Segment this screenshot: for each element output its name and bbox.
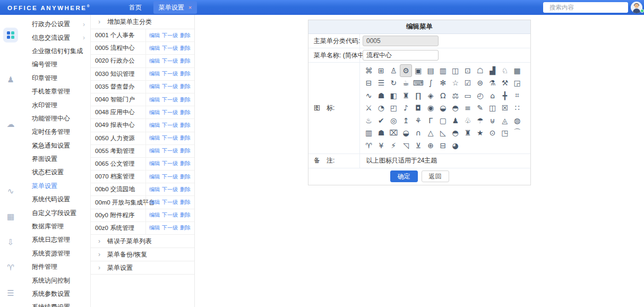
sidebar-item-界面设置[interactable]: 界面设置 <box>21 152 90 166</box>
truck-icon[interactable]: ◓ <box>449 102 461 115</box>
flame-icon[interactable]: ♨ <box>363 114 375 127</box>
edit-link[interactable]: 编辑 <box>149 109 160 116</box>
trend-chart-icon[interactable]: ∿ <box>363 89 375 102</box>
card-list-icon[interactable]: ⊞ <box>375 64 387 77</box>
coins-icon[interactable]: ⊜ <box>474 77 486 90</box>
radar-icon[interactable]: ⊙ <box>486 127 499 140</box>
tab-菜单设置[interactable]: 菜单设置× <box>153 1 197 14</box>
sidebar-item-定时任务管理[interactable]: 定时任务管理 <box>21 125 90 139</box>
clipboard-star-icon[interactable]: ◲ <box>511 77 523 90</box>
window-layout-icon[interactable]: ◫ <box>449 64 461 77</box>
delete-link[interactable]: 删除 <box>180 134 191 142</box>
trend-chart-icon[interactable]: ∿ <box>3 184 18 199</box>
cash-box-icon[interactable]: ◈ <box>424 89 436 102</box>
factory-gear-icon[interactable]: ◳ <box>499 127 511 140</box>
delete-link[interactable]: 删除 <box>180 211 191 219</box>
sidebar-item-编号管理[interactable]: 编号管理 <box>21 58 90 71</box>
next-level-link[interactable]: 下一级 <box>162 173 178 181</box>
building-list-icon[interactable]: ◫ <box>486 102 499 115</box>
next-level-link[interactable]: 下一级 <box>162 211 178 219</box>
sidebar-item-系统日志管理[interactable]: 系统日志管理 <box>21 233 90 246</box>
sliders-icon[interactable]: ⊟ <box>437 139 449 152</box>
police-cap-icon[interactable]: ☂ <box>474 114 486 127</box>
tree-icon[interactable]: ♧ <box>461 114 474 127</box>
car-front-icon[interactable]: ◒ <box>437 102 449 115</box>
monitor-icon[interactable]: ⊡ <box>461 64 474 77</box>
home-gear-icon[interactable]: ⌂ <box>486 89 499 102</box>
shield-check-icon[interactable]: ☗ <box>375 127 387 140</box>
sidebar-item-系统参数设置[interactable]: 系统参数设置 <box>21 287 90 301</box>
palm-tree-icon[interactable]: ⚘ <box>412 114 424 127</box>
tools-crossed-icon[interactable]: ⚔ <box>363 102 375 115</box>
edit-link[interactable]: 编辑 <box>149 57 160 65</box>
next-level-link[interactable]: 下一级 <box>162 199 178 206</box>
tab-close-icon[interactable]: × <box>188 5 192 11</box>
tab-首页[interactable]: 首页 <box>123 0 148 15</box>
delete-link[interactable]: 删除 <box>180 32 191 39</box>
calendar-clock-icon[interactable]: ◴ <box>474 89 486 102</box>
bus-icon[interactable]: ◒ <box>400 127 412 140</box>
gear-flower-icon[interactable]: ✻ <box>437 77 449 90</box>
edit-link[interactable]: 编辑 <box>149 186 160 193</box>
sidebar-item-菜单设置[interactable]: 菜单设置 <box>21 180 90 193</box>
edit-link[interactable]: 编辑 <box>149 122 160 129</box>
bullet-list-icon[interactable]: ∷ <box>511 102 523 115</box>
sidebar-item-数据库管理[interactable]: 数据库管理 <box>21 220 90 233</box>
next-level-link[interactable]: 下一级 <box>162 134 178 142</box>
whiteboard-icon[interactable]: ⌧ <box>388 127 400 140</box>
next-level-link[interactable]: 下一级 <box>162 96 178 104</box>
fingerprint-icon[interactable]: ◍ <box>511 114 523 127</box>
confirm-button[interactable]: 确定 <box>390 170 418 182</box>
notebook-icon[interactable]: ▤ <box>424 64 436 77</box>
lightning-circle-icon[interactable]: ⚡ <box>388 139 400 152</box>
delete-link[interactable]: 删除 <box>180 186 191 193</box>
next-level-link[interactable]: 下一级 <box>162 57 178 65</box>
sidebar-item-信息交流设置[interactable]: 信息交流设置› <box>21 31 90 44</box>
user-icon[interactable]: ♙ <box>388 64 400 77</box>
search-input[interactable] <box>549 4 631 11</box>
sidebar-item-水印管理[interactable]: 水印管理 <box>21 98 90 112</box>
sidebar-item-印章管理[interactable]: 印章管理 <box>21 72 90 85</box>
delete-link[interactable]: 删除 <box>180 57 191 65</box>
cloche-icon[interactable]: ⌒ <box>511 127 523 140</box>
briefcase-icon[interactable]: ▣ <box>412 64 424 77</box>
apps-grid-icon[interactable]: ⌘ <box>363 64 375 77</box>
flask-icon[interactable]: ⚗ <box>486 77 499 90</box>
edit-link[interactable]: 编辑 <box>149 96 160 104</box>
next-level-link[interactable]: 下一级 <box>162 224 178 232</box>
task-check-icon[interactable]: ✔ <box>375 114 387 127</box>
teacup-icon[interactable]: ☕ <box>400 77 412 90</box>
printer-icon[interactable]: ▭ <box>461 89 474 102</box>
calendar-icon[interactable]: ▦ <box>511 64 523 77</box>
handbag-icon[interactable]: ☖ <box>474 64 486 77</box>
tshirt-icon[interactable]: ♈ <box>363 139 375 152</box>
tent-icon[interactable]: △ <box>424 127 436 140</box>
delete-link[interactable]: 删除 <box>180 199 191 206</box>
edit-link[interactable]: 编辑 <box>149 134 160 142</box>
user-badge-icon[interactable]: ◎ <box>388 114 400 127</box>
delete-link[interactable]: 删除 <box>180 109 191 116</box>
sidebar-item-系统访问控制[interactable]: 系统访问控制 <box>21 274 90 287</box>
next-level-link[interactable]: 下一级 <box>162 186 178 193</box>
sidebar-item-系统续费设置[interactable]: 系统续费设置 <box>21 301 90 307</box>
search-box[interactable] <box>543 2 628 13</box>
edit-link[interactable]: 编辑 <box>149 70 160 78</box>
bar-chart-icon[interactable]: ▟ <box>486 64 499 77</box>
next-level-link[interactable]: 下一级 <box>162 83 178 90</box>
sidebar-item-紧急通知设置[interactable]: 紧急通知设置 <box>21 139 90 152</box>
shield-user-icon[interactable]: ☗ <box>375 89 387 102</box>
delete-link[interactable]: 删除 <box>180 147 191 155</box>
signal-icon[interactable]: ⌗ <box>511 89 523 102</box>
basket-icon[interactable]: ⊎ <box>486 114 499 127</box>
ledger-icon[interactable]: ☰ <box>375 77 387 90</box>
sidebar-item-状态栏设置[interactable]: 状态栏设置 <box>21 166 90 179</box>
team-icon[interactable]: ♘ <box>499 64 511 77</box>
next-level-link[interactable]: 下一级 <box>162 109 178 116</box>
clipboard-icon[interactable]: ▦ <box>3 209 18 224</box>
next-level-link[interactable]: 下一级 <box>162 32 178 39</box>
bell-dome-icon[interactable]: Ω <box>437 89 449 102</box>
car-icon[interactable]: ◓ <box>449 127 461 140</box>
calendar-plus-icon[interactable]: ╋ <box>499 89 511 102</box>
sidebar-item-企业微信钉钉集成[interactable]: 企业微信钉钉集成 <box>21 45 90 58</box>
toolbox-icon[interactable]: ▢ <box>437 114 449 127</box>
